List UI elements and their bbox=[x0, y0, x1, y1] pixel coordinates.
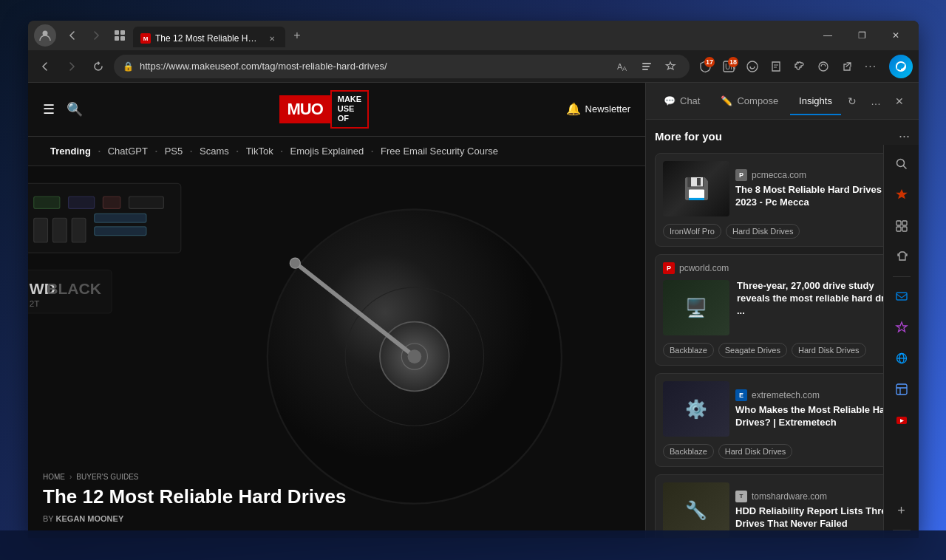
muo-logo-abbr: MUO bbox=[287, 100, 322, 118]
tag-hdd-1[interactable]: Hard Disk Drives bbox=[726, 224, 800, 239]
tab-favicon: M bbox=[140, 33, 151, 44]
tag-ironwolf[interactable]: IronWolf Pro bbox=[663, 224, 721, 239]
thumb-hdd-1: 💾 bbox=[663, 161, 729, 216]
bing-panel: 💬 Chat ✏️ Compose Insights ↻ … bbox=[645, 83, 919, 538]
svg-point-20 bbox=[408, 349, 422, 363]
muo-logo[interactable]: MUO MAKE USE OF bbox=[279, 90, 369, 129]
svg-point-12 bbox=[747, 61, 758, 72]
collections-icon[interactable] bbox=[765, 55, 787, 78]
bing-panel-actions: ↻ … ✕ bbox=[842, 91, 910, 112]
tag-backblaze-2[interactable]: Backblaze bbox=[663, 343, 714, 358]
sidebar-workspaces-icon[interactable] bbox=[888, 376, 915, 403]
nav-scams[interactable]: Scams bbox=[192, 143, 236, 160]
bing-panel-content[interactable]: More for you ··· 💾 P pcmec bbox=[646, 120, 919, 538]
nav-emojis[interactable]: Emojis Explained bbox=[283, 143, 372, 160]
newsletter-button[interactable]: 🔔 Newsletter bbox=[566, 102, 630, 116]
sidebar-browser-icon[interactable] bbox=[888, 345, 915, 372]
insight-card-2[interactable]: P pcworld.com 🖥️ Three-year, 27,000 driv… bbox=[655, 254, 910, 366]
translate-button[interactable]: A A bbox=[613, 56, 633, 77]
sidebar-extensions-icon[interactable] bbox=[888, 244, 915, 270]
hamburger-menu[interactable]: ☰ bbox=[43, 101, 55, 117]
forward-nav-button[interactable] bbox=[86, 25, 106, 46]
extensions-icon[interactable] bbox=[789, 55, 811, 78]
new-tab-button[interactable]: + bbox=[287, 25, 307, 46]
svg-rect-7 bbox=[642, 63, 651, 64]
sidebar-collections-icon[interactable] bbox=[888, 213, 915, 239]
share-icon[interactable] bbox=[836, 55, 858, 78]
url-text: https://www.makeuseof.com/tag/most-relia… bbox=[140, 61, 607, 72]
refresh-panel-button[interactable]: ↻ bbox=[842, 91, 862, 112]
title-bar: M The 12 Most Reliable Hard Drive... ✕ +… bbox=[28, 21, 919, 50]
muo-header: ☰ 🔍 MUO MAKE USE OF bbox=[28, 83, 645, 137]
close-panel-button[interactable]: ✕ bbox=[889, 91, 910, 112]
author-prefix: BY bbox=[43, 514, 53, 523]
tab-close-button[interactable]: ✕ bbox=[266, 33, 278, 44]
section-more-button[interactable]: ··· bbox=[899, 129, 910, 144]
insight-card-4[interactable]: 🔧 T tomshardware.com HDD Reliability Rep… bbox=[655, 474, 910, 538]
tag-seagate-2[interactable]: Seagate Drives bbox=[718, 343, 787, 358]
sidebar-youtube-icon[interactable] bbox=[888, 407, 915, 434]
address-bar[interactable]: 🔒 https://www.makeuseof.com/tag/most-rel… bbox=[114, 55, 690, 78]
minimize-button[interactable]: — bbox=[811, 24, 845, 47]
svg-rect-3 bbox=[115, 36, 119, 41]
article-info: HOME › BUYER'S GUIDES The 12 Most Reliab… bbox=[43, 473, 346, 523]
svg-rect-28 bbox=[52, 218, 67, 242]
article-title: The 12 Most Reliable Hard Drives bbox=[43, 485, 346, 508]
workspaces-button[interactable] bbox=[109, 25, 130, 46]
close-button[interactable]: ✕ bbox=[879, 24, 913, 47]
article-author: BY KEGAN MOONEY bbox=[43, 514, 346, 523]
shield-badge: 17 bbox=[704, 57, 715, 67]
bing-tab-compose[interactable]: ✏️ Compose bbox=[712, 91, 787, 111]
muo-nav: Trending • ChatGPT • PS5 • Scams • TikTo… bbox=[28, 137, 645, 166]
svg-rect-24 bbox=[69, 197, 95, 208]
nav-chatgpt[interactable]: ChatGPT bbox=[101, 143, 155, 160]
notification-icon[interactable]: UN 18 bbox=[718, 55, 740, 78]
insights-label: Insights bbox=[799, 95, 832, 106]
browser-sync-icon[interactable] bbox=[812, 55, 834, 78]
nav-trending[interactable]: Trending bbox=[43, 143, 98, 160]
content-area: ☰ 🔍 MUO MAKE USE OF bbox=[28, 83, 919, 538]
tag-hdd-2[interactable]: Hard Disk Drives bbox=[792, 343, 866, 358]
back-button[interactable] bbox=[34, 55, 56, 78]
active-tab[interactable]: M The 12 Most Reliable Hard Drive... ✕ bbox=[133, 27, 285, 47]
nav-tiktok[interactable]: TikTok bbox=[239, 143, 281, 160]
bing-tab-chat[interactable]: 💬 Chat bbox=[655, 91, 709, 111]
section-header: More for you ··· bbox=[655, 129, 910, 144]
site-search-icon[interactable]: 🔍 bbox=[67, 101, 83, 117]
svg-rect-37 bbox=[896, 221, 901, 225]
back-nav-button[interactable] bbox=[62, 25, 83, 46]
favorites-star-button[interactable] bbox=[660, 56, 681, 77]
panel-more-button[interactable]: … bbox=[865, 91, 886, 112]
insight-card-1[interactable]: 💾 P pcmecca.com The 8 Most Reliable Hard… bbox=[655, 153, 910, 247]
svg-point-21 bbox=[290, 258, 300, 268]
sidebar-favorites-icon[interactable] bbox=[888, 182, 915, 208]
sidebar-outlook-icon[interactable] bbox=[888, 283, 915, 310]
read-mode-button[interactable] bbox=[636, 56, 657, 77]
toolbar-icons: 17 UN 18 bbox=[694, 55, 882, 78]
insight-tags-2: Backblaze Seagate Drives Hard Disk Drive… bbox=[656, 343, 909, 365]
insight-title-2: Three-year, 27,000 drive study reveals t… bbox=[737, 280, 902, 318]
shield-icon[interactable]: 17 bbox=[694, 55, 716, 78]
sidebar-designer-icon[interactable] bbox=[888, 314, 915, 341]
tag-backblaze-3[interactable]: Backblaze bbox=[663, 444, 714, 459]
bing-copilot-button[interactable] bbox=[889, 55, 913, 78]
nav-email-security[interactable]: Free Email Security Course bbox=[373, 143, 506, 160]
refresh-button[interactable] bbox=[87, 55, 109, 78]
pcworld-thumb: 🖥️ bbox=[663, 280, 729, 335]
svg-rect-38 bbox=[902, 221, 907, 225]
more-button[interactable]: ··· bbox=[860, 55, 882, 78]
profile-button[interactable] bbox=[34, 24, 56, 47]
tag-hdd-3[interactable]: Hard Disk Drives bbox=[718, 444, 793, 459]
svg-rect-27 bbox=[34, 218, 48, 242]
svg-rect-9 bbox=[642, 69, 648, 70]
sidebar-add-icon[interactable]: + bbox=[888, 497, 915, 524]
maximize-button[interactable]: ❐ bbox=[845, 24, 879, 47]
bing-tab-insights[interactable]: Insights bbox=[790, 91, 841, 111]
insight-card-3[interactable]: ⚙️ E extremetech.com Who Makes the Most … bbox=[655, 373, 910, 467]
forward-button[interactable] bbox=[61, 55, 83, 78]
svg-rect-44 bbox=[896, 384, 907, 395]
insight-card-2-content: Three-year, 27,000 drive study reveals t… bbox=[737, 280, 902, 335]
nav-ps5[interactable]: PS5 bbox=[157, 143, 191, 160]
sidebar-search-icon[interactable] bbox=[888, 151, 915, 177]
copilot-icon[interactable] bbox=[741, 55, 763, 78]
